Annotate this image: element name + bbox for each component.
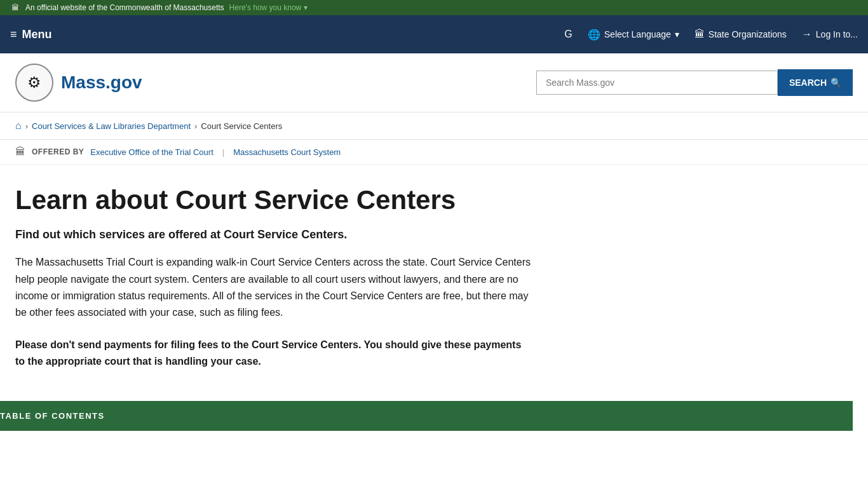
page-subtitle: Find out which services are offered at C…	[15, 228, 531, 241]
toc-label: TABLE OF CONTENTS	[0, 411, 105, 421]
offered-by-label: OFFERED BY	[32, 147, 84, 156]
nav-bar: ≡ Menu G 🌐 Select Language ▾ 🏛 State Org…	[0, 15, 868, 53]
offered-by-icon: 🏛	[15, 146, 25, 158]
offered-by-link-1[interactable]: Executive Office of the Trial Court	[90, 147, 213, 157]
search-button-label: SEARCH	[789, 78, 827, 88]
state-orgs-label: State Organizations	[709, 29, 787, 39]
breadcrumb-current: Court Service Centers	[201, 121, 282, 131]
search-icon: 🔍	[831, 78, 841, 88]
state-orgs-link[interactable]: 🏛 State Organizations	[695, 29, 787, 40]
chevron-icon: ▾	[304, 3, 308, 12]
body-paragraph-2: Please don't send payments for filing fe…	[15, 337, 531, 370]
menu-label: Menu	[22, 28, 52, 41]
breadcrumb-link-1[interactable]: Court Services & Law Libraries Departmen…	[32, 121, 191, 131]
breadcrumb-home[interactable]: ⌂	[15, 120, 22, 132]
search-area: SEARCH 🔍	[536, 69, 853, 96]
top-banner: 🏛 An official website of the Commonwealt…	[0, 0, 868, 15]
login-label: Log In to...	[816, 29, 858, 39]
offered-by-link-2[interactable]: Massachusetts Court System	[233, 147, 341, 157]
how-you-know-link[interactable]: Here's how you know ▾	[229, 3, 308, 12]
site-title: Mass.gov	[61, 72, 142, 93]
page-title: Learn about Court Service Centers	[15, 185, 531, 215]
select-language-link[interactable]: 🌐 Select Language ▾	[588, 29, 679, 41]
search-button[interactable]: SEARCH 🔍	[778, 69, 853, 96]
nav-right: G 🌐 Select Language ▾ 🏛 State Organizati…	[564, 29, 858, 41]
building-icon: 🏛	[695, 29, 705, 40]
main-content: Learn about Court Service Centers Find o…	[0, 165, 546, 401]
site-logo-link[interactable]: ⚙ Mass.gov	[15, 64, 142, 102]
search-input[interactable]	[536, 71, 778, 95]
breadcrumb-sep-1: ›	[25, 121, 28, 131]
offered-by-separator: |	[222, 147, 224, 157]
official-text: An official website of the Commonwealth …	[25, 3, 224, 12]
menu-button[interactable]: ≡ Menu	[10, 28, 52, 41]
breadcrumb: ⌂ › Court Services & Law Libraries Depar…	[0, 112, 868, 140]
globe-icon: 🌐	[588, 29, 600, 41]
login-icon: →	[802, 29, 812, 40]
login-link[interactable]: → Log In to...	[802, 29, 858, 40]
nav-left: ≡ Menu	[10, 28, 52, 41]
ma-seal-icon: 🏛	[10, 3, 20, 13]
how-you-know-label: Here's how you know	[229, 3, 302, 12]
google-translate-link[interactable]: G	[564, 29, 572, 40]
toc-header: TABLE OF CONTENTS	[0, 401, 853, 431]
language-chevron-icon: ▾	[675, 29, 679, 39]
breadcrumb-sep-2: ›	[194, 121, 197, 131]
logo-seal: ⚙	[15, 64, 53, 102]
hamburger-icon: ≡	[10, 28, 17, 41]
select-language-label: Select Language	[604, 29, 671, 39]
body-paragraph-1: The Massachusetts Trial Court is expandi…	[15, 254, 531, 322]
site-header: ⚙ Mass.gov SEARCH 🔍	[0, 53, 868, 112]
google-icon: G	[564, 29, 572, 40]
offered-by-bar: 🏛 OFFERED BY Executive Office of the Tri…	[0, 140, 868, 165]
